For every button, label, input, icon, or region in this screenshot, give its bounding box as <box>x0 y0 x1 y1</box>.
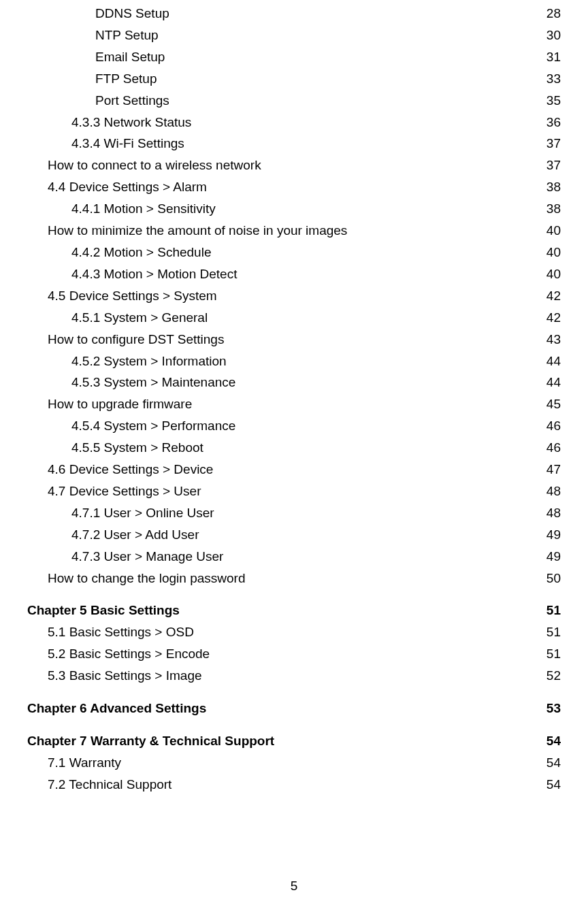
toc-entry-label: NTP Setup <box>95 25 159 46</box>
toc-entry[interactable]: 4.7.1 User > Online User48 <box>27 502 561 524</box>
toc-entry-label: 4.4.2 Motion > Schedule <box>71 242 211 263</box>
toc-entry[interactable]: 4.5.1 System > General42 <box>27 307 561 329</box>
toc-entry-page: 52 <box>546 665 561 687</box>
toc-entry[interactable]: 4.6 Device Settings > Device47 <box>27 459 561 480</box>
toc-entry-label: 4.7.3 User > Manage User <box>71 546 223 568</box>
toc-entry[interactable]: Email Setup31 <box>27 46 561 68</box>
toc-entry[interactable]: 4.5 Device Settings > System42 <box>27 285 561 307</box>
toc-entry[interactable]: 4.4.1 Motion > Sensitivity38 <box>27 198 561 220</box>
toc-entry-page: 38 <box>546 198 561 220</box>
toc-entry-page: 42 <box>546 307 561 329</box>
toc-entry-page: 35 <box>546 90 561 112</box>
toc-entry[interactable]: How to configure DST Settings43 <box>27 329 561 350</box>
toc-entry-label: DDNS Setup <box>95 3 169 25</box>
toc-entry-label: 4.4 Device Settings > Alarm <box>48 176 207 198</box>
toc-entry-page: 49 <box>546 546 561 568</box>
toc-entry-page: 47 <box>546 459 561 480</box>
toc-entry[interactable]: How to change the login password50 <box>27 568 561 589</box>
toc-entry-label: 4.7.2 User > Add User <box>71 524 199 546</box>
toc-entry[interactable]: 4.5.4 System > Performance46 <box>27 415 561 437</box>
toc-entry-page: 37 <box>546 133 561 154</box>
toc-entry-page: 54 <box>546 774 561 796</box>
toc-entry-label: 4.6 Device Settings > Device <box>48 459 213 480</box>
toc-entry[interactable]: 4.4.3 Motion > Motion Detect40 <box>27 263 561 285</box>
toc-entry[interactable]: Chapter 5 Basic Settings51 <box>27 600 561 621</box>
toc-entry-label: How to change the login password <box>48 568 245 589</box>
toc-entry-page: 51 <box>546 600 561 621</box>
toc-entry[interactable]: 5.2 Basic Settings > Encode51 <box>27 643 561 665</box>
toc-entry-label: Email Setup <box>95 46 165 68</box>
toc-entry[interactable]: 4.5.2 System > Information44 <box>27 350 561 372</box>
toc-entry[interactable]: Port Settings35 <box>27 90 561 112</box>
toc-entry[interactable]: How to upgrade firmware45 <box>27 393 561 415</box>
toc-entry-label: 4.3.4 Wi-Fi Settings <box>71 133 184 154</box>
toc-entry-page: 42 <box>546 285 561 307</box>
toc-entry[interactable]: 4.5.5 System > Reboot46 <box>27 437 561 459</box>
toc-entry-label: 7.2 Technical Support <box>48 774 172 796</box>
toc-entry-label: Chapter 7 Warranty & Technical Support <box>27 730 274 752</box>
toc-entry[interactable]: 5.3 Basic Settings > Image52 <box>27 665 561 687</box>
toc-entry-label: 4.3.3 Network Status <box>71 112 191 133</box>
toc-entry-page: 43 <box>546 329 561 350</box>
toc-entry-label: 4.5.2 System > Information <box>71 350 227 372</box>
toc-entry[interactable]: 4.7.3 User > Manage User49 <box>27 546 561 568</box>
toc-entry-label: FTP Setup <box>95 68 157 90</box>
toc-entry[interactable]: 4.3.4 Wi-Fi Settings37 <box>27 133 561 154</box>
toc-entry-page: 51 <box>546 643 561 665</box>
toc-entry[interactable]: How to minimize the amount of noise in y… <box>27 220 561 242</box>
toc-entry-label: 4.4.3 Motion > Motion Detect <box>71 263 237 285</box>
toc-entry-label: 4.5.4 System > Performance <box>71 415 235 437</box>
toc-entry-page: 44 <box>546 372 561 393</box>
toc-entry-page: 28 <box>546 3 561 25</box>
toc-entry-label: 5.1 Basic Settings > OSD <box>48 621 194 643</box>
toc-entry-label: 5.2 Basic Settings > Encode <box>48 643 210 665</box>
toc-entry[interactable]: FTP Setup33 <box>27 68 561 90</box>
toc-entry[interactable]: 7.2 Technical Support54 <box>27 774 561 796</box>
toc-entry-label: How to upgrade firmware <box>48 393 192 415</box>
toc-entry-label: 4.7.1 User > Online User <box>71 502 214 524</box>
toc-entry[interactable]: 4.3.3 Network Status36 <box>27 112 561 133</box>
toc-entry[interactable]: 4.7 Device Settings > User48 <box>27 480 561 502</box>
toc-entry-page: 38 <box>546 176 561 198</box>
toc-entry-page: 36 <box>546 112 561 133</box>
toc-entry[interactable]: 5.1 Basic Settings > OSD51 <box>27 621 561 643</box>
toc-entry[interactable]: Chapter 6 Advanced Settings53 <box>27 698 561 719</box>
toc-entry-page: 48 <box>546 480 561 502</box>
toc-entry-label: 7.1 Warranty <box>48 752 121 774</box>
toc-entry-page: 33 <box>546 68 561 90</box>
toc-entry[interactable]: 4.4.2 Motion > Schedule40 <box>27 242 561 263</box>
toc-entry-label: How to connect to a wireless network <box>48 154 261 176</box>
toc-entry[interactable]: 7.1 Warranty54 <box>27 752 561 774</box>
toc-entry[interactable]: 4.7.2 User > Add User49 <box>27 524 561 546</box>
toc-entry-page: 48 <box>546 502 561 524</box>
toc-entry[interactable]: How to connect to a wireless network37 <box>27 154 561 176</box>
toc-entry[interactable]: 4.5.3 System > Maintenance44 <box>27 372 561 393</box>
toc-entry-label: 4.5 Device Settings > System <box>48 285 217 307</box>
toc-entry-page: 46 <box>546 415 561 437</box>
toc-entry-page: 46 <box>546 437 561 459</box>
toc-entry-page: 44 <box>546 350 561 372</box>
toc-entry-page: 50 <box>546 568 561 589</box>
toc-entry-page: 40 <box>546 242 561 263</box>
toc-entry[interactable]: 4.4 Device Settings > Alarm38 <box>27 176 561 198</box>
toc-entry-page: 30 <box>546 25 561 46</box>
toc-entry-label: Chapter 5 Basic Settings <box>27 600 180 621</box>
toc-entry[interactable]: Chapter 7 Warranty & Technical Support54 <box>27 730 561 752</box>
toc-entry-label: Chapter 6 Advanced Settings <box>27 698 206 719</box>
toc-entry-page: 45 <box>546 393 561 415</box>
toc-entry-page: 37 <box>546 154 561 176</box>
toc-entry-page: 49 <box>546 524 561 546</box>
toc-entry-label: 5.3 Basic Settings > Image <box>48 665 202 687</box>
toc-entry-label: 4.7 Device Settings > User <box>48 480 201 502</box>
toc-entry[interactable]: NTP Setup30 <box>27 25 561 46</box>
toc-entry-label: 4.5.1 System > General <box>71 307 208 329</box>
toc-entry-page: 53 <box>546 698 561 719</box>
toc-entry[interactable]: DDNS Setup28 <box>27 3 561 25</box>
toc-entry-page: 54 <box>546 752 561 774</box>
toc-entry-label: How to minimize the amount of noise in y… <box>48 220 347 242</box>
toc-entry-page: 31 <box>546 46 561 68</box>
page-number: 5 <box>0 879 588 894</box>
toc-entry-page: 40 <box>546 220 561 242</box>
toc-entry-page: 54 <box>546 730 561 752</box>
toc-entry-label: Port Settings <box>95 90 169 112</box>
